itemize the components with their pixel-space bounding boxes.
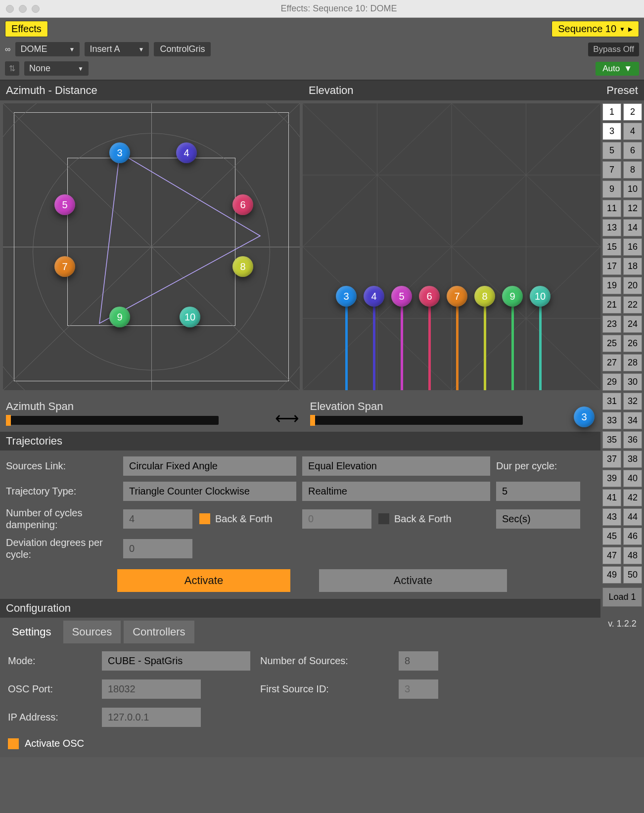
preset-38[interactable]: 38	[623, 451, 642, 468]
tab-sources[interactable]: Sources	[63, 621, 121, 643]
preset-41[interactable]: 41	[602, 489, 621, 506]
preset-23[interactable]: 23	[602, 316, 621, 333]
preset-1[interactable]: 1	[602, 103, 621, 121]
preset-7[interactable]: 7	[602, 161, 621, 179]
preset-42[interactable]: 42	[623, 489, 642, 506]
azimuth-surface[interactable]: 345678910	[3, 103, 300, 390]
sequence-dropdown[interactable]: Sequence 10 ▼ ▶	[552, 21, 639, 37]
preset-40[interactable]: 40	[623, 470, 642, 487]
insert-dropdown[interactable]: Insert A▼	[85, 42, 149, 56]
none-dropdown[interactable]: None▼	[24, 61, 89, 76]
preset-50[interactable]: 50	[623, 566, 642, 584]
preset-4[interactable]: 4	[623, 123, 642, 140]
bypass-toggle[interactable]: Bypass Off	[588, 43, 639, 56]
preset-17[interactable]: 17	[602, 258, 621, 275]
preset-37[interactable]: 37	[602, 451, 621, 468]
preset-32[interactable]: 32	[623, 393, 642, 410]
auto-dropdown[interactable]: Auto▼	[596, 62, 639, 76]
elevation-marker-4[interactable]: 4	[364, 286, 384, 307]
ip-input[interactable]: 127.0.0.1	[102, 708, 201, 727]
azimuth-span-slider[interactable]	[6, 416, 219, 425]
preset-load-button[interactable]: Load 1	[602, 587, 642, 607]
elevation-marker-9[interactable]: 9	[502, 286, 523, 307]
preset-36[interactable]: 36	[623, 431, 642, 449]
source-marker-8[interactable]: 8	[232, 256, 253, 277]
preset-29[interactable]: 29	[602, 373, 621, 391]
preset-48[interactable]: 48	[623, 547, 642, 564]
dur-value-input[interactable]: 5	[496, 482, 580, 501]
cycles-el-input[interactable]: 0	[302, 509, 371, 529]
preset-24[interactable]: 24	[623, 316, 642, 333]
arrows-icon[interactable]: ⇅	[5, 61, 19, 76]
activate-osc-checkbox[interactable]: Activate OSC	[0, 735, 600, 757]
elevation-surface[interactable]: 345678910	[303, 103, 600, 390]
preset-2[interactable]: 2	[623, 103, 642, 121]
tab-controllers[interactable]: Controllers	[124, 621, 194, 643]
preset-8[interactable]: 8	[623, 161, 642, 179]
elevation-marker-10[interactable]: 10	[530, 286, 551, 307]
preset-10[interactable]: 10	[623, 181, 642, 198]
close-icon[interactable]	[6, 5, 14, 13]
cycles-az-input[interactable]: 4	[123, 509, 192, 529]
tab-settings[interactable]: Settings	[3, 621, 60, 643]
elevation-marker-3[interactable]: 3	[336, 286, 357, 307]
preset-43[interactable]: 43	[602, 508, 621, 526]
link-icon[interactable]: ∞	[5, 45, 10, 54]
preset-18[interactable]: 18	[623, 258, 642, 275]
minimize-icon[interactable]	[19, 5, 27, 13]
osc-port-input[interactable]: 18032	[102, 679, 201, 699]
preset-34[interactable]: 34	[623, 412, 642, 429]
preset-25[interactable]: 25	[602, 335, 621, 352]
source-marker-7[interactable]: 7	[54, 256, 75, 277]
preset-13[interactable]: 13	[602, 219, 621, 236]
sources-link-az-select[interactable]: Circular Fixed Angle	[123, 456, 296, 476]
elevation-marker-6[interactable]: 6	[419, 286, 440, 307]
preset-35[interactable]: 35	[602, 431, 621, 449]
preset-14[interactable]: 14	[623, 219, 642, 236]
elevation-marker-5[interactable]: 5	[391, 286, 412, 307]
source-marker-9[interactable]: 9	[109, 307, 130, 327]
num-sources-input[interactable]: 8	[399, 651, 438, 671]
preset-15[interactable]: 15	[602, 238, 621, 256]
preset-33[interactable]: 33	[602, 412, 621, 429]
source-marker-5[interactable]: 5	[54, 194, 75, 215]
preset-12[interactable]: 12	[623, 200, 642, 217]
effects-button[interactable]: Effects	[5, 21, 48, 37]
first-source-input[interactable]: 3	[399, 679, 438, 699]
preset-44[interactable]: 44	[623, 508, 642, 526]
preset-31[interactable]: 31	[602, 393, 621, 410]
preset-27[interactable]: 27	[602, 354, 621, 371]
preset-5[interactable]: 5	[602, 142, 621, 159]
mode-select[interactable]: CUBE - SpatGris	[102, 651, 250, 671]
deviation-input[interactable]: 0	[123, 539, 192, 558]
preset-19[interactable]: 19	[602, 277, 621, 294]
elevation-marker-8[interactable]: 8	[474, 286, 495, 307]
preset-49[interactable]: 49	[602, 566, 621, 584]
elevation-span-slider[interactable]	[310, 416, 523, 425]
preset-16[interactable]: 16	[623, 238, 642, 256]
preset-39[interactable]: 39	[602, 470, 621, 487]
source-marker-10[interactable]: 10	[180, 307, 200, 327]
trajectory-type-el-select[interactable]: Realtime	[302, 482, 490, 501]
source-marker-4[interactable]: 4	[176, 142, 197, 163]
preset-47[interactable]: 47	[602, 547, 621, 564]
activate-el-button[interactable]: Activate	[319, 569, 507, 592]
sources-link-el-select[interactable]: Equal Elevation	[302, 456, 490, 476]
preset-26[interactable]: 26	[623, 335, 642, 352]
activate-az-button[interactable]: Activate	[117, 569, 290, 592]
source-marker-3[interactable]: 3	[109, 142, 130, 163]
preset-21[interactable]: 21	[602, 296, 621, 314]
back-forth-el-checkbox[interactable]: Back & Forth	[378, 513, 452, 525]
preset-28[interactable]: 28	[623, 354, 642, 371]
preset-46[interactable]: 46	[623, 528, 642, 545]
trajectory-type-az-select[interactable]: Triangle Counter Clockwise	[123, 482, 296, 501]
dome-dropdown[interactable]: DOME▼	[15, 42, 80, 56]
elevation-marker-7[interactable]: 7	[447, 286, 467, 307]
preset-22[interactable]: 22	[623, 296, 642, 314]
preset-20[interactable]: 20	[623, 277, 642, 294]
dur-units-select[interactable]: Sec(s)	[496, 509, 580, 529]
selected-source-badge[interactable]: 3	[574, 406, 595, 427]
preset-3[interactable]: 3	[602, 123, 621, 140]
preset-9[interactable]: 9	[602, 181, 621, 198]
back-forth-az-checkbox[interactable]: Back & Forth	[199, 513, 273, 525]
